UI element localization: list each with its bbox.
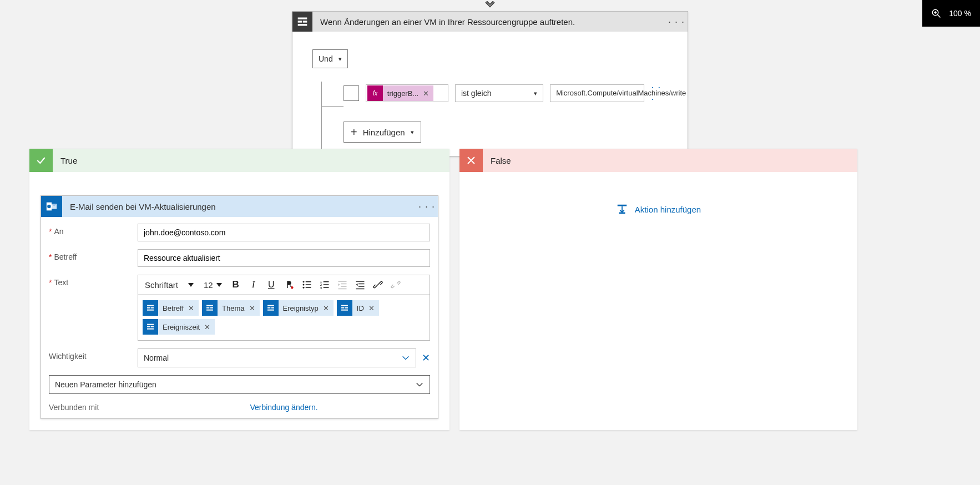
- change-connection-link[interactable]: Verbindung ändern.: [250, 403, 317, 412]
- body-tokens-area[interactable]: Betreff✕Thema✕Ereignistyp✕ID✕Ereigniszei…: [138, 295, 430, 340]
- importance-value: Normal: [144, 353, 169, 362]
- event-grid-token-icon: [337, 300, 352, 316]
- importance-select[interactable]: Normal: [138, 348, 416, 367]
- dynamic-token[interactable]: Ereigniszeit✕: [143, 319, 215, 335]
- svg-rect-24: [338, 281, 346, 282]
- chevron-down-icon: [401, 353, 410, 362]
- link-button[interactable]: [370, 276, 386, 293]
- zoom-level: 100 %: [949, 9, 971, 18]
- svg-rect-38: [206, 307, 209, 309]
- close-icon: [459, 149, 483, 172]
- svg-rect-7: [298, 24, 307, 26]
- outdent-button[interactable]: [334, 276, 351, 293]
- svg-rect-30: [358, 286, 365, 287]
- email-action-menu-button[interactable]: · · ·: [416, 201, 438, 213]
- remove-token-icon[interactable]: ✕: [323, 304, 329, 312]
- font-family-select[interactable]: Schriftart: [140, 276, 198, 293]
- dynamic-token[interactable]: Thema✕: [202, 300, 259, 316]
- true-branch-header[interactable]: True: [29, 149, 449, 172]
- trigger-card: Wenn Änderungen an einer VM in Ihrer Res…: [292, 11, 688, 156]
- svg-rect-33: [147, 305, 154, 306]
- to-input[interactable]: [138, 224, 430, 241]
- dynamic-token[interactable]: Betreff✕: [143, 300, 199, 316]
- remove-token-icon[interactable]: ✕: [249, 304, 255, 312]
- email-action-header[interactable]: E-Mail senden bei VM-Aktualisierungen · …: [41, 196, 438, 217]
- font-size-select[interactable]: 12: [199, 276, 226, 293]
- logic-and-label: Und: [319, 54, 333, 63]
- to-label: *An: [49, 224, 138, 236]
- unlink-button[interactable]: [387, 276, 404, 293]
- svg-point-13: [302, 284, 304, 286]
- dynamic-token[interactable]: Ereignistyp✕: [263, 300, 334, 316]
- caret-down-icon: [188, 283, 194, 287]
- rich-toolbar: Schriftart 12 B I U: [138, 275, 430, 295]
- bold-button[interactable]: B: [228, 276, 244, 293]
- add-action-label: Aktion hinzufügen: [635, 205, 701, 214]
- svg-rect-49: [147, 324, 154, 325]
- condition-row-menu[interactable]: · · ·: [651, 82, 668, 105]
- chevron-down-icon: [415, 380, 424, 389]
- add-parameter-label: Neuen Parameter hinzufügen: [55, 380, 156, 389]
- logic-and-dropdown[interactable]: Und ▾: [312, 49, 348, 68]
- plus-icon: +: [351, 127, 357, 138]
- check-icon: [29, 149, 53, 172]
- svg-rect-31: [356, 289, 364, 290]
- chevron-down-icon: ▾: [411, 129, 414, 136]
- font-color-button[interactable]: [281, 276, 297, 293]
- svg-rect-21: [323, 281, 329, 282]
- false-branch-header[interactable]: False: [459, 149, 857, 172]
- svg-rect-53: [618, 205, 627, 206]
- svg-rect-26: [341, 286, 347, 287]
- remove-token-icon[interactable]: ✕: [423, 89, 429, 98]
- subject-input[interactable]: [138, 249, 430, 267]
- add-parameter-select[interactable]: Neuen Parameter hinzufügen: [49, 375, 430, 394]
- svg-rect-36: [147, 310, 154, 311]
- svg-rect-39: [210, 307, 213, 309]
- svg-rect-29: [358, 284, 365, 285]
- svg-rect-17: [305, 287, 311, 289]
- token-label: ID: [357, 304, 364, 312]
- fx-token[interactable]: fx triggerB... ✕: [367, 85, 433, 101]
- numbered-list-button[interactable]: 123: [316, 276, 333, 293]
- true-branch-label: True: [53, 156, 77, 165]
- add-action-button[interactable]: Aktion hinzufügen: [459, 172, 857, 266]
- fx-token-label: triggerB...: [387, 89, 418, 98]
- zoom-in-icon[interactable]: [931, 8, 941, 18]
- underline-button[interactable]: U: [263, 276, 280, 293]
- token-label: Betreff: [163, 304, 184, 312]
- svg-rect-42: [267, 307, 270, 309]
- remove-token-icon[interactable]: ✕: [204, 323, 210, 331]
- remove-token-icon[interactable]: ✕: [188, 304, 194, 312]
- email-action-card: E-Mail senden bei VM-Aktualisierungen · …: [41, 195, 438, 419]
- body-editor[interactable]: Schriftart 12 B I U: [138, 275, 430, 341]
- svg-rect-35: [151, 307, 154, 309]
- indent-button[interactable]: [352, 276, 368, 293]
- remove-token-icon[interactable]: ✕: [368, 304, 375, 312]
- fx-icon: fx: [367, 85, 383, 101]
- trigger-menu-button[interactable]: · · ·: [665, 16, 688, 28]
- condition-left-operand[interactable]: fx triggerB... ✕: [366, 84, 448, 102]
- email-action-title: E-Mail senden bei VM-Aktualisierungen: [62, 202, 416, 211]
- dynamic-token[interactable]: ID✕: [337, 300, 379, 316]
- subject-label: *Betreff: [49, 249, 138, 261]
- condition-value-input[interactable]: Microsoft.Compute/virtualMachines/write: [550, 84, 644, 102]
- condition-checkbox[interactable]: [343, 85, 359, 101]
- svg-text:3: 3: [320, 286, 322, 290]
- event-grid-token-icon: [202, 300, 218, 316]
- svg-rect-41: [267, 305, 274, 306]
- zoom-control[interactable]: 100 %: [922, 0, 980, 27]
- clear-importance-button[interactable]: ✕: [422, 352, 430, 364]
- trigger-title: Wenn Änderungen an einer VM in Ihrer Res…: [312, 17, 665, 27]
- trigger-header[interactable]: Wenn Änderungen an einer VM in Ihrer Res…: [292, 12, 688, 32]
- svg-point-14: [302, 287, 304, 289]
- true-branch: True E-Mail senden bei VM-Aktualisierung…: [29, 149, 449, 430]
- svg-rect-51: [151, 326, 154, 327]
- condition-operator-dropdown[interactable]: ist gleich ▾: [455, 84, 543, 102]
- importance-label: Wichtigkeit: [49, 348, 138, 361]
- svg-rect-6: [303, 21, 307, 22]
- svg-rect-44: [267, 310, 274, 311]
- italic-button[interactable]: I: [245, 276, 262, 293]
- add-condition-button[interactable]: + Hinzufügen ▾: [343, 122, 421, 143]
- bulleted-list-button[interactable]: [299, 276, 315, 293]
- svg-rect-40: [206, 310, 213, 311]
